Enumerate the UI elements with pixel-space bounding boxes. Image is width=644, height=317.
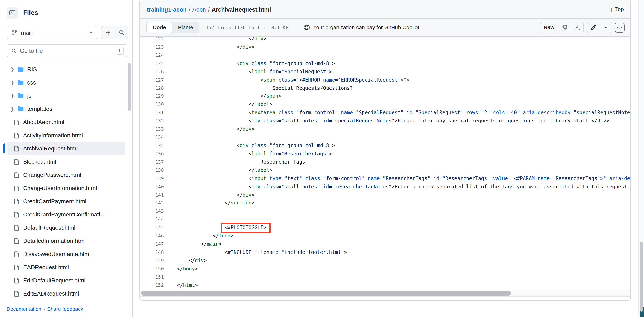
tab-code[interactable]: Code [146, 22, 172, 33]
line-number[interactable]: 126 [140, 68, 164, 76]
scroll-to-top-button[interactable]: ↑ Top [610, 6, 624, 12]
tree-file-archivalrequest-html[interactable]: ArchivalRequest.html [3, 142, 127, 155]
line-number[interactable]: 150 [140, 265, 164, 273]
search-files-button[interactable] [115, 26, 128, 39]
line-number[interactable]: 142 [140, 199, 164, 208]
chevron-right-icon[interactable]: ❯ [9, 67, 16, 72]
go-to-file-input[interactable]: Go to file t [6, 44, 128, 57]
tree-item-label: AboutAeon.html [23, 119, 64, 125]
tree-item-label: ChangePassword.html [23, 171, 81, 178]
new-file-button[interactable] [102, 26, 115, 39]
code-text: </body> [177, 265, 198, 273]
page-scrollbar-thumb[interactable] [640, 242, 643, 312]
line-number[interactable]: 152 [140, 281, 164, 290]
line-number[interactable]: 124 [140, 51, 164, 60]
line-number[interactable]: 134 [140, 134, 164, 142]
download-button[interactable] [570, 22, 583, 33]
code-line-141: 141 </div> [140, 191, 630, 199]
tree-file-activityinformation-html[interactable]: ActivityInformation.html [3, 129, 127, 142]
tree-folder-js[interactable]: ❯js [3, 89, 127, 102]
code-line-124: 124 [140, 51, 630, 60]
line-number[interactable]: 129 [140, 92, 164, 101]
line-number[interactable]: 140 [140, 183, 164, 191]
tree-file-editdefaultrequest-html[interactable]: EditDefaultRequest.html [3, 274, 127, 287]
line-number[interactable]: 131 [140, 109, 164, 117]
code-text: <span class="<#ERROR name='ERRORSpecialR… [177, 76, 410, 84]
line-number[interactable]: 147 [140, 240, 164, 249]
tree-file-eadrequest-html[interactable]: EADRequest.html [3, 261, 127, 274]
line-number[interactable]: 128 [140, 84, 164, 92]
line-number[interactable]: 146 [140, 232, 164, 240]
copy-button[interactable] [558, 22, 570, 33]
tree-folder-ris[interactable]: ❯RIS [3, 63, 127, 76]
line-number[interactable]: 144 [140, 216, 164, 224]
documentation-link[interactable]: Documentation [6, 306, 41, 312]
line-number[interactable]: 122 [140, 37, 164, 43]
code-line-135: 135 <div class="form-group col-md-8"> [140, 142, 630, 150]
line-number[interactable]: 151 [140, 273, 164, 281]
panel-collapse-icon [9, 9, 16, 16]
file-icon [13, 224, 20, 231]
code-line-147: 147 </main> [140, 240, 630, 249]
collapse-sidebar-button[interactable] [6, 7, 18, 18]
line-number[interactable]: 133 [140, 125, 164, 134]
sidebar-scrollbar[interactable] [128, 63, 131, 111]
tree-file-editeadrequest-html[interactable]: EditEADRequest.html [3, 287, 127, 300]
code-text: </section> [177, 199, 254, 208]
file-icon [13, 171, 20, 178]
line-number[interactable]: 148 [140, 249, 164, 257]
tab-blame[interactable]: Blame [172, 24, 199, 30]
breadcrumb-dir-link[interactable]: Aeon [192, 6, 206, 12]
edit-file-button[interactable] [588, 22, 600, 33]
raw-button[interactable]: Raw [541, 22, 558, 33]
line-number[interactable]: 127 [140, 76, 164, 84]
tree-item-label: ChangeUserInformation.html [23, 185, 97, 191]
line-number[interactable]: 132 [140, 117, 164, 125]
tree-file-aboutaeon-html[interactable]: AboutAeon.html [3, 115, 127, 129]
file-toolbar: Code Blame 152 lines (136 loc) · 10.1 KB… [140, 18, 630, 37]
breadcrumb-repo-link[interactable]: training1-aeon [147, 6, 187, 12]
folder-icon [17, 66, 24, 72]
line-number[interactable]: 135 [140, 142, 164, 150]
symbols-panel-button[interactable]: <> [615, 22, 624, 32]
edit-options-dropdown[interactable] [600, 22, 611, 33]
line-number[interactable]: 123 [140, 43, 164, 51]
arrow-up-icon: ↑ [610, 6, 613, 12]
line-number[interactable]: 143 [140, 208, 164, 216]
tree-file-defaultrequest-html[interactable]: DefaultRequest.html [3, 221, 127, 234]
code-line-150: 150</body> [140, 265, 630, 273]
line-number[interactable]: 138 [140, 167, 164, 175]
tree-file-disavowedusername-html[interactable]: DisavowedUsername.html [3, 247, 127, 261]
line-number[interactable]: 136 [140, 150, 164, 158]
chevron-right-icon[interactable]: ❯ [9, 93, 16, 98]
line-number[interactable]: 141 [140, 191, 164, 199]
share-feedback-link[interactable]: Share feedback [47, 306, 83, 312]
line-number[interactable]: 139 [140, 175, 164, 183]
breadcrumb-separator: / [187, 6, 192, 12]
code-text: </div> [177, 37, 266, 43]
tree-folder-css[interactable]: ❯css [3, 76, 127, 89]
tree-file-changeuserinformation-html[interactable]: ChangeUserInformation.html [3, 181, 127, 195]
tree-file-creditcardpaymentconfirmati-[interactable]: CreditCardPaymentConfirmati... [3, 208, 127, 221]
line-number[interactable]: 130 [140, 101, 164, 109]
branch-selector[interactable]: main [6, 26, 97, 39]
tree-file-detailedinformation-html[interactable]: DetailedInformation.html [3, 234, 127, 247]
chevron-right-icon[interactable]: ❯ [9, 106, 16, 111]
line-number[interactable]: 125 [140, 60, 164, 68]
keyboard-shortcut-hint: t [116, 46, 124, 55]
file-meta-info: 152 lines (136 loc) · 10.1 KB [206, 24, 288, 30]
horizontal-scrollbar-thumb[interactable] [141, 291, 511, 296]
tree-file-blocked-html[interactable]: Blocked.html [3, 155, 127, 168]
tree-item-label: DisavowedUsername.html [23, 251, 90, 257]
line-number[interactable]: 149 [140, 257, 164, 265]
file-icon [13, 198, 20, 204]
line-number[interactable]: 137 [140, 158, 164, 167]
tree-file-creditcardpayment-html[interactable]: CreditCardPayment.html [3, 195, 127, 208]
tree-folder-templates[interactable]: ❯templates [3, 102, 127, 115]
line-number[interactable]: 145 [140, 224, 164, 232]
code-line-146: 146 </form> [140, 232, 630, 240]
code-line-136: 136 <label for="ResearcherTags"> [140, 150, 630, 158]
file-icon [13, 264, 20, 271]
chevron-right-icon[interactable]: ❯ [9, 80, 16, 85]
tree-file-changepassword-html[interactable]: ChangePassword.html [3, 168, 127, 181]
